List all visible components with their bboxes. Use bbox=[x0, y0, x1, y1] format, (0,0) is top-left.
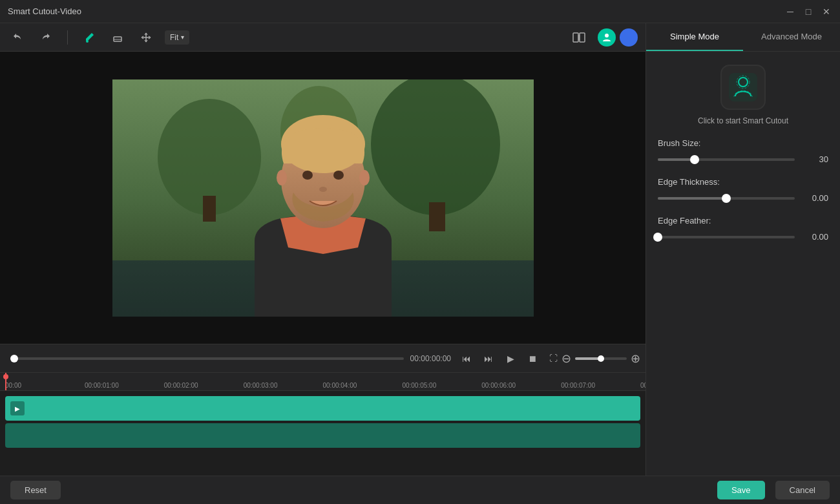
timeline-area: 00:0000:00:01:0000:00:02:0000:00:03:0000… bbox=[0, 372, 646, 476]
brush-icon bbox=[83, 32, 95, 43]
bottom-bar: Reset Save Cancel bbox=[0, 476, 840, 504]
svg-rect-2 bbox=[573, 33, 578, 42]
brush-size-value: 30 bbox=[801, 154, 828, 164]
edge-thickness-label: Edge Thickness: bbox=[658, 177, 828, 187]
svg-rect-11 bbox=[429, 202, 445, 231]
brush-size-label: Brush Size: bbox=[658, 138, 828, 148]
edge-feather-value: 0.00 bbox=[801, 232, 828, 242]
edge-feather-group: Edge Feather: 0.00 bbox=[658, 216, 828, 242]
fit-arrow: ▾ bbox=[181, 34, 184, 41]
ruler-mark: 00:00:01:00 bbox=[85, 382, 119, 392]
edge-feather-slider[interactable] bbox=[658, 236, 795, 238]
compare-icon bbox=[572, 32, 585, 43]
step-back-button[interactable]: ⏭ bbox=[479, 350, 498, 368]
edge-feather-label: Edge Feather: bbox=[658, 216, 828, 226]
svg-point-5 bbox=[605, 34, 609, 37]
svg-rect-3 bbox=[580, 33, 585, 42]
svg-point-8 bbox=[371, 79, 500, 215]
main-layout: Fit ▾ bbox=[0, 23, 840, 476]
maximize-button[interactable]: □ bbox=[803, 6, 814, 17]
playback-controls: 00:00:00:00 ⏮ ⏭ ▶ ⏹ ⛶ ⊖ ⊕ bbox=[0, 344, 646, 372]
zoom-expand-button[interactable]: ⛶ bbox=[549, 354, 558, 362]
cutout-label: Click to start Smart Cutout bbox=[698, 116, 788, 125]
brush-size-thumb[interactable] bbox=[690, 155, 699, 164]
playhead-marker bbox=[5, 373, 6, 390]
ruler-mark: 00:00 bbox=[5, 382, 21, 392]
smart-cutout-icon bbox=[729, 73, 757, 101]
advanced-mode-tab[interactable]: Advanced Mode bbox=[743, 23, 840, 51]
svg-point-20 bbox=[359, 170, 370, 185]
cancel-button[interactable]: Cancel bbox=[775, 481, 830, 499]
timeline-ruler: 00:0000:00:01:0000:00:02:0000:00:03:0000… bbox=[0, 373, 646, 391]
compare-button[interactable] bbox=[569, 28, 589, 47]
right-content: Click to start Smart Cutout Brush Size: … bbox=[646, 52, 840, 476]
play-button[interactable]: ▶ bbox=[501, 350, 520, 368]
title-bar-controls: ─ □ ✕ bbox=[784, 6, 832, 17]
ruler-mark: 00:00:07:00 bbox=[561, 382, 595, 392]
bottom-right-actions: Save Cancel bbox=[717, 481, 830, 499]
brush-size-slider[interactable] bbox=[658, 158, 795, 161]
audio-track[interactable] bbox=[5, 423, 640, 448]
left-panel: Fit ▾ bbox=[0, 23, 646, 476]
skip-back-button[interactable]: ⏮ bbox=[457, 350, 476, 368]
edge-thickness-group: Edge Thickness: 0.00 bbox=[658, 177, 828, 203]
ruler-mark: 00:00:05:00 bbox=[402, 382, 436, 392]
brush-size-group: Brush Size: 30 bbox=[658, 138, 828, 164]
redo-button[interactable] bbox=[36, 28, 56, 47]
video-area bbox=[0, 52, 646, 344]
save-button[interactable]: Save bbox=[717, 481, 765, 499]
seek-bar-thumb[interactable] bbox=[10, 355, 18, 362]
view-color-button[interactable] bbox=[620, 28, 638, 47]
brush-size-fill bbox=[658, 158, 695, 161]
toolbar: Fit ▾ bbox=[0, 23, 646, 52]
undo-button[interactable] bbox=[8, 28, 27, 47]
edge-thickness-value: 0.00 bbox=[801, 193, 828, 203]
view-person-button[interactable] bbox=[598, 28, 616, 47]
seek-bar-track bbox=[10, 357, 404, 360]
zoom-out-button[interactable]: ⊖ bbox=[562, 353, 571, 364]
zoom-controls: ⏮ ⏭ ▶ ⏹ ⛶ ⊖ ⊕ bbox=[457, 350, 640, 368]
smart-cutout-button[interactable] bbox=[720, 65, 766, 110]
fit-dropdown[interactable]: Fit ▾ bbox=[165, 30, 189, 45]
simple-mode-tab[interactable]: Simple Mode bbox=[646, 23, 743, 51]
brush-size-row: 30 bbox=[658, 154, 828, 164]
zoom-in-button[interactable]: ⊕ bbox=[631, 353, 640, 364]
video-track[interactable]: ▶ bbox=[5, 396, 640, 421]
undo-icon bbox=[12, 32, 23, 43]
edge-thickness-fill bbox=[658, 197, 726, 200]
right-panel: Simple Mode Advanced Mode Clic bbox=[646, 23, 840, 476]
stop-button[interactable]: ⏹ bbox=[523, 350, 541, 368]
svg-point-16 bbox=[302, 171, 313, 180]
draw-brush-button[interactable] bbox=[79, 28, 99, 47]
edge-feather-row: 0.00 bbox=[658, 232, 828, 242]
zoom-slider[interactable] bbox=[575, 357, 627, 360]
video-content bbox=[112, 79, 534, 317]
redo-icon bbox=[40, 32, 52, 43]
close-button[interactable]: ✕ bbox=[821, 6, 832, 17]
track-play-icon: ▶ bbox=[10, 401, 25, 415]
svg-rect-10 bbox=[203, 196, 216, 222]
fit-label: Fit bbox=[170, 33, 178, 42]
svg-point-0 bbox=[86, 40, 89, 43]
edge-thickness-slider[interactable] bbox=[658, 197, 795, 200]
reset-button[interactable]: Reset bbox=[10, 481, 61, 499]
sliders-section: Brush Size: 30 Edge Thickness: bbox=[658, 138, 828, 242]
pan-button[interactable] bbox=[136, 28, 156, 47]
ruler-mark: 00:00:03:00 bbox=[244, 382, 278, 392]
toolbar-divider bbox=[67, 30, 68, 45]
svg-point-17 bbox=[333, 171, 344, 180]
eraser-button[interactable] bbox=[108, 28, 127, 47]
ruler-mark: 00:00:04:00 bbox=[323, 382, 357, 392]
timeline-tracks: ▶ bbox=[0, 391, 646, 476]
minimize-button[interactable]: ─ bbox=[784, 6, 796, 17]
svg-point-19 bbox=[277, 170, 287, 185]
ruler-mark: 00:00:06:00 bbox=[481, 382, 516, 392]
edge-thickness-thumb[interactable] bbox=[722, 194, 731, 203]
ruler-mark: 00:00:02:00 bbox=[164, 382, 198, 392]
edge-feather-thumb[interactable] bbox=[653, 233, 662, 242]
seek-bar-container[interactable] bbox=[10, 357, 404, 360]
person-icon bbox=[602, 32, 612, 43]
eraser-icon bbox=[112, 32, 123, 43]
pan-icon bbox=[140, 32, 152, 43]
view-toggle bbox=[598, 28, 638, 47]
